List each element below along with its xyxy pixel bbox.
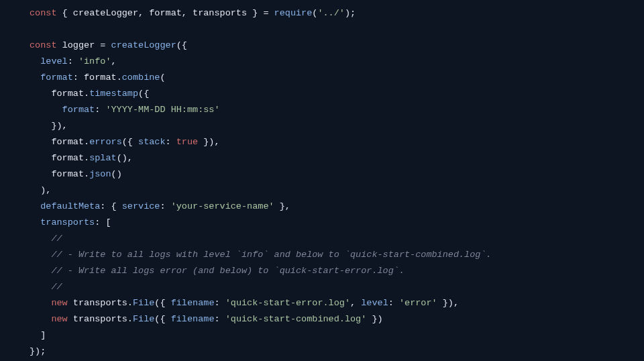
line-4: level: 'info', — [30, 56, 117, 66]
fn-errors: errors — [89, 137, 122, 147]
line-15: // — [30, 234, 62, 244]
line-11: format.json() — [30, 169, 122, 179]
fn-timestamp: timestamp — [89, 89, 138, 99]
keyword-new: new — [51, 298, 67, 308]
comment: // — [51, 234, 62, 244]
fn-createLogger: createLogger — [111, 40, 176, 50]
line-20: new transports.File({ filename: 'quick-s… — [30, 314, 383, 324]
line-8: }), — [30, 121, 68, 131]
line-14: transports: [ — [30, 217, 111, 227]
line-13: defaultMeta: { service: 'your-service-na… — [30, 201, 290, 211]
comment: // — [51, 282, 62, 292]
line-1: const { createLogger, format, transports… — [30, 8, 356, 18]
fn-json: json — [89, 169, 111, 179]
keyword-const: const — [30, 40, 57, 50]
comment: // - Write to all logs with level `info`… — [51, 250, 491, 260]
line-6: format.timestamp({ — [30, 89, 149, 99]
fn-File: File — [133, 314, 154, 324]
keyword-new: new — [51, 314, 67, 324]
line-22: }); — [30, 346, 46, 356]
line-3: const logger = createLogger({ — [30, 40, 187, 50]
fn-require: require — [274, 8, 313, 18]
fn-File: File — [133, 298, 154, 308]
code-block: const { createLogger, format, transports… — [0, 0, 644, 361]
line-18: // — [30, 282, 62, 292]
line-10: format.splat(), — [30, 153, 133, 163]
line-16: // - Write to all logs with level `info`… — [30, 250, 492, 260]
line-19: new transports.File({ filename: 'quick-s… — [30, 298, 459, 308]
line-12: ), — [30, 185, 51, 195]
line-9: format.errors({ stack: true }), — [30, 137, 220, 147]
fn-combine: combine — [122, 72, 160, 83]
line-5: format: format.combine( — [30, 72, 166, 83]
line-21: ] — [30, 330, 46, 340]
comment: // - Write all logs error (and below) to… — [51, 266, 405, 276]
keyword-const: const — [30, 8, 57, 18]
line-17: // - Write all logs error (and below) to… — [30, 266, 405, 276]
fn-splat: splat — [89, 153, 117, 163]
line-7: format: 'YYYY-MM-DD HH:mm:ss' — [30, 105, 220, 115]
